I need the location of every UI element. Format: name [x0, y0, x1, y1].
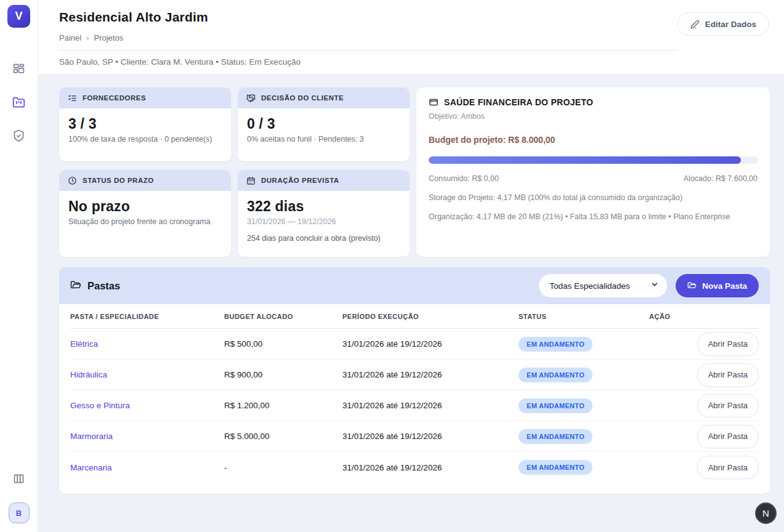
folder-name-link[interactable]: Hidráulica: [70, 370, 224, 379]
user-avatar[interactable]: B: [9, 502, 30, 523]
sidebar-item-dashboard[interactable]: [11, 61, 27, 77]
folders-table-head: PASTA / ESPECIALIDADE BUDGET ALOCADO PER…: [70, 304, 759, 329]
edit-data-button[interactable]: Editar Dados: [677, 12, 769, 36]
open-folder-button[interactable]: Abrir Pasta: [697, 456, 759, 479]
finance-budget: Budget do projeto: R$ 8.000,00: [429, 135, 758, 145]
breadcrumb-item-painel[interactable]: Painel: [59, 33, 81, 42]
status-cell: EM ANDAMENTO: [519, 368, 649, 382]
folder-name-link[interactable]: Marcenaria: [70, 463, 224, 472]
card-saude-financeira: SAÚDE FINANCEIRA DO PROJETO Objetivo: Am…: [416, 87, 770, 257]
action-cell: Abrir Pasta: [649, 363, 759, 387]
col-header: STATUS: [519, 313, 649, 320]
table-row: Gesso e PinturaR$ 1.200,0031/01/2026 até…: [70, 390, 759, 421]
card-fornecedores: FORNECEDORES 3 / 3 100% de taxa de respo…: [59, 87, 231, 161]
status-badge: EM ANDAMENTO: [519, 460, 592, 475]
shield-check-icon: [12, 129, 25, 142]
open-folder-button[interactable]: Abrir Pasta: [697, 394, 759, 417]
status-cell: EM ANDAMENTO: [519, 429, 649, 444]
folder-kanban-icon: [12, 96, 25, 109]
card-title: DECISÃO DO CLIENTE: [261, 94, 344, 102]
status-cell: EM ANDAMENTO: [519, 398, 649, 413]
card-date-range: 31/01/2026 — 19/12/2026: [247, 217, 400, 226]
avatar-letter: B: [16, 509, 22, 518]
folders-title: Pastas: [87, 280, 120, 292]
card-title: FORNECEDORES: [83, 94, 146, 102]
finance-allocated: Alocado: R$ 7.600,00: [684, 174, 758, 183]
status-badge: EM ANDAMENTO: [519, 429, 592, 444]
budget-cell: R$ 5.000,00: [224, 432, 342, 441]
folders-header: Pastas Todas Especialidades Nova Pasta: [59, 267, 770, 304]
budget-cell: -: [224, 463, 342, 472]
notification-fab[interactable]: N: [755, 502, 777, 524]
action-cell: Abrir Pasta: [649, 332, 759, 356]
folder-open-icon: [687, 281, 697, 291]
card-title: STATUS DO PRAZO: [83, 177, 154, 184]
calendar-icon: [246, 176, 256, 185]
new-folder-button[interactable]: Nova Pasta: [676, 274, 759, 297]
budget-progress-fill: [429, 156, 741, 164]
open-folder-button[interactable]: Abrir Pasta: [697, 332, 759, 356]
folders-table: PASTA / ESPECIALIDADE BUDGET ALOCADO PER…: [59, 304, 770, 494]
finance-storage: Storage do Projeto: 4,17 MB (100% do tot…: [429, 193, 758, 202]
table-row: MarmorariaR$ 5.000,0031/01/2026 até 19/1…: [70, 421, 759, 452]
content: FORNECEDORES 3 / 3 100% de taxa de respo…: [38, 74, 784, 494]
table-row: Marcenaria-31/01/2026 até 19/12/2026EM A…: [70, 452, 759, 483]
finance-icon: [429, 97, 438, 107]
card-status-prazo: STATUS DO PRAZO No prazo Situação do pro…: [59, 170, 231, 257]
period-cell: 31/01/2026 até 19/12/2026: [342, 432, 519, 441]
card-decisao-cliente: DECISÃO DO CLIENTE 0 / 3 0% aceitas no f…: [238, 87, 410, 161]
sidebar: V B: [0, 0, 38, 532]
card-caption: 0% aceitas no funil · Pendentes: 3: [247, 135, 400, 143]
main-area: Residencial Alto Jardim Painel › Projeto…: [38, 0, 784, 532]
folder-name-link[interactable]: Marmoraria: [70, 432, 224, 441]
project-meta: São Paulo, SP • Cliente: Clara M. Ventur…: [59, 50, 677, 74]
card-title: DURAÇÃO PREVISTA: [261, 177, 339, 184]
table-row: HidráulicaR$ 900,0031/01/2026 até 19/12/…: [70, 360, 759, 390]
status-badge: EM ANDAMENTO: [519, 368, 592, 382]
action-cell: Abrir Pasta: [649, 425, 759, 448]
status-cell: EM ANDAMENTO: [519, 460, 649, 475]
col-header: AÇÃO: [649, 313, 759, 320]
sidebar-item-columns[interactable]: [11, 470, 27, 486]
grid-icon: [12, 63, 25, 76]
open-folder-button[interactable]: Abrir Pasta: [697, 363, 759, 387]
folder-name-link[interactable]: Elétrica: [70, 339, 224, 349]
sidebar-nav: [11, 61, 27, 143]
card-duracao-prevista: DURAÇÃO PREVISTA 322 dias 31/01/2026 — 1…: [238, 170, 410, 257]
breadcrumb-separator: ›: [86, 33, 89, 42]
budget-progress-track: [429, 156, 758, 164]
period-cell: 31/01/2026 até 19/12/2026: [342, 401, 519, 410]
card-extra: 254 dias para concluir a obra (previsto): [247, 234, 400, 243]
fab-letter: N: [762, 508, 769, 518]
finance-title-text: SAÚDE FINANCEIRA DO PROJETO: [444, 97, 593, 107]
pencil-icon: [690, 20, 700, 29]
card-value: 322 dias: [247, 198, 400, 215]
card-caption: 100% de taxa de resposta · 0 pendente(s): [68, 135, 222, 143]
clock-icon: [68, 176, 77, 185]
card-caption: Situação do projeto frente ao cronograma: [68, 217, 222, 226]
handshake-icon: [246, 94, 256, 103]
finance-organization: Organização: 4,17 MB de 20 MB (21%) • Fa…: [429, 212, 758, 221]
col-header: PERÍODO EXECUÇÃO: [342, 313, 519, 320]
folders-table-body: ElétricaR$ 500,0031/01/2026 até 19/12/20…: [70, 329, 759, 483]
card-value: No prazo: [68, 198, 222, 215]
sidebar-item-security[interactable]: [11, 127, 27, 143]
card-value: 0 / 3: [247, 116, 400, 132]
breadcrumb-item-projetos[interactable]: Projetos: [94, 33, 123, 42]
app-window: V B Residencial Alto Jardim Painel ›: [0, 0, 784, 532]
logo-letter: V: [15, 10, 22, 23]
sidebar-item-projects[interactable]: [11, 94, 27, 110]
finance-consumed: Consumido: R$ 0,00: [429, 174, 499, 183]
folder-name-link[interactable]: Gesso e Pintura: [70, 401, 224, 410]
columns-icon: [12, 472, 25, 485]
card-value: 3 / 3: [68, 116, 222, 132]
folder-open-icon: [70, 280, 81, 291]
summary-cards: FORNECEDORES 3 / 3 100% de taxa de respo…: [59, 87, 770, 257]
status-badge: EM ANDAMENTO: [519, 398, 592, 413]
open-folder-button[interactable]: Abrir Pasta: [697, 425, 759, 448]
finance-objective: Objetivo: Ambos: [429, 112, 758, 121]
specialty-filter-select[interactable]: Todas Especialidades: [539, 274, 667, 297]
folders-section: Pastas Todas Especialidades Nova Pasta: [59, 267, 770, 494]
app-logo[interactable]: V: [7, 5, 30, 28]
budget-cell: R$ 1.200,00: [224, 401, 342, 410]
